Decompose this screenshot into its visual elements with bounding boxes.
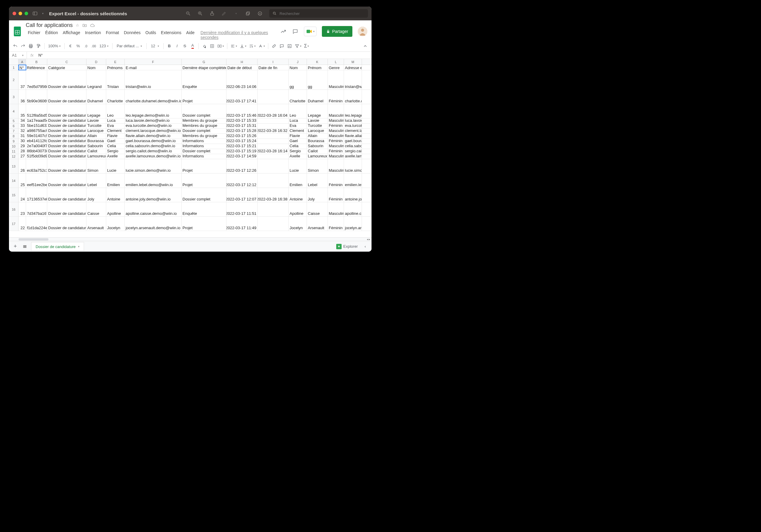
cell[interactable]: 7ed5d79560 (26, 70, 47, 89)
cell[interactable]: Dossier de candidature (47, 70, 87, 89)
sheet-tab[interactable]: Dossier de candidature ▾ (31, 242, 84, 251)
cell[interactable]: Duhamel (87, 90, 106, 104)
cell[interactable]: Lucie (289, 159, 307, 173)
cell[interactable]: apolline.caisse.demo@wiin.io (125, 202, 182, 216)
cell[interactable]: 59e31407c5 (26, 134, 47, 139)
row-header[interactable]: 11 (9, 149, 19, 154)
cell[interactable]: Enquête (182, 70, 226, 89)
menu-aide[interactable]: Aide (184, 30, 197, 40)
merge-cells-button[interactable]: ▾ (216, 42, 225, 50)
cell[interactable]: Dossier de candidature (47, 159, 87, 173)
cell[interactable]: Larocque (307, 129, 328, 134)
cell[interactable]: gael.bourassa.demo@wiin.io (125, 139, 182, 144)
menu-fichier[interactable]: Fichier (26, 30, 42, 40)
cell[interactable]: Celia (106, 144, 125, 149)
cell[interactable]: antoine.joly.demo@wiin.io (125, 188, 182, 202)
cell[interactable]: Dossier de candidature (47, 134, 87, 139)
row-header[interactable]: 3 (9, 90, 19, 104)
insert-comment-button[interactable] (278, 42, 285, 50)
cell[interactable]: Antoine (289, 188, 307, 202)
cell[interactable]: Joly (307, 188, 328, 202)
cell[interactable]: Masculin (328, 154, 344, 159)
row-header[interactable]: 17 (9, 217, 19, 231)
cell[interactable]: Arsenault (307, 217, 328, 231)
cell[interactable]: 2022-03-17 12:07 (226, 188, 258, 202)
cell[interactable] (258, 70, 289, 89)
cell[interactable]: Axelle (106, 154, 125, 159)
cell[interactable]: apolline.c (344, 202, 362, 216)
cell[interactable] (258, 124, 289, 128)
cell[interactable] (258, 144, 289, 149)
cell[interactable]: 22 (19, 217, 26, 231)
cell[interactable]: Membres du groupe (182, 124, 226, 128)
cell[interactable] (258, 90, 289, 104)
column-header[interactable]: M (344, 59, 362, 65)
filter-button[interactable]: ▾ (294, 42, 302, 50)
row-header[interactable]: 10 (9, 144, 19, 149)
cell[interactable]: 26 (19, 159, 26, 173)
cell[interactable]: Caisse (307, 202, 328, 216)
cell[interactable]: Gael (106, 139, 125, 144)
menu-outils[interactable]: Outils (143, 30, 158, 40)
cell[interactable]: Larocque (87, 129, 106, 134)
cell[interactable] (258, 159, 289, 173)
cell[interactable]: Joly (87, 188, 106, 202)
cell[interactable]: 1a17eaad5e (26, 118, 47, 123)
cell[interactable]: Informations (182, 154, 226, 159)
cell[interactable]: antoine.jo (344, 188, 362, 202)
cell[interactable]: luca.lavoie (344, 118, 362, 123)
menu-affichage[interactable]: Affichage (61, 30, 82, 40)
move-folder-icon[interactable] (82, 23, 87, 28)
cell[interactable]: Dossier de candidature (47, 188, 87, 202)
cell[interactable]: Legrand (87, 70, 106, 89)
cell[interactable]: Dossier de candidature (47, 217, 87, 231)
cell[interactable]: 2022-03-28 16:04 (258, 104, 289, 118)
cell[interactable]: Dossier complet (182, 188, 226, 202)
cell[interactable]: Enquête (182, 202, 226, 216)
cell[interactable]: 24 (19, 188, 26, 202)
row-header[interactable]: 2 (9, 70, 19, 89)
cell[interactable]: Dossier de candidature (47, 154, 87, 159)
cell[interactable]: 2022-03-17 15:26 (226, 134, 258, 139)
fill-color-button[interactable] (201, 42, 207, 50)
document-title[interactable]: Call for applications (26, 22, 73, 29)
cell[interactable]: jocelyn.ars (344, 217, 362, 231)
row-header[interactable]: 14 (9, 174, 19, 188)
chevron-down-icon[interactable]: ▾ (40, 11, 45, 16)
cell[interactable]: 32 (19, 129, 26, 134)
cell[interactable]: charlotte.duhamel.demo@wiin.io (125, 90, 182, 104)
insert-link-button[interactable] (271, 42, 277, 50)
cell[interactable]: 512f8a5bd5 (26, 104, 47, 118)
cell[interactable]: 2022-03-17 15:21 (226, 144, 258, 149)
menu-donnees[interactable]: Données (122, 30, 143, 40)
search-field[interactable] (269, 9, 368, 18)
percent-button[interactable]: % (75, 42, 81, 50)
cell[interactable]: 2022-03-28 16:32 (258, 129, 289, 134)
cell[interactable] (258, 217, 289, 231)
increase-decimal-button[interactable]: .00 (90, 42, 97, 50)
column-header[interactable]: A (19, 59, 26, 65)
side-panel-toggle[interactable]: ‹ (362, 243, 369, 251)
cell[interactable]: Lamoureux (307, 154, 328, 159)
cell[interactable]: Caisse (87, 202, 106, 216)
cell[interactable]: Prénoms (106, 65, 125, 70)
cell[interactable]: Informations (182, 139, 226, 144)
cell[interactable]: Masculin (328, 159, 344, 173)
cell[interactable]: Antoine (106, 188, 125, 202)
cell[interactable]: 2022-03-17 15:33 (226, 118, 258, 123)
cell[interactable]: Turcotte (87, 124, 106, 128)
cell[interactable]: Lebel (87, 174, 106, 188)
cell[interactable]: Lepage (307, 104, 328, 118)
cell[interactable]: 25 (19, 174, 26, 188)
cell[interactable]: Arsenault (87, 217, 106, 231)
close-window-button[interactable] (13, 12, 16, 15)
cell[interactable]: 17136537eb (26, 188, 47, 202)
cell[interactable]: 36 (19, 90, 26, 104)
cell[interactable]: eb414112fd (26, 139, 47, 144)
cell[interactable]: 2022-03-17 15:46 (226, 104, 258, 118)
minimize-window-button[interactable] (19, 12, 22, 15)
cell[interactable]: tristan@w (344, 70, 362, 89)
cell[interactable]: lucie.simo (344, 159, 362, 173)
borders-button[interactable] (209, 42, 215, 50)
insert-chart-button[interactable] (286, 42, 293, 50)
